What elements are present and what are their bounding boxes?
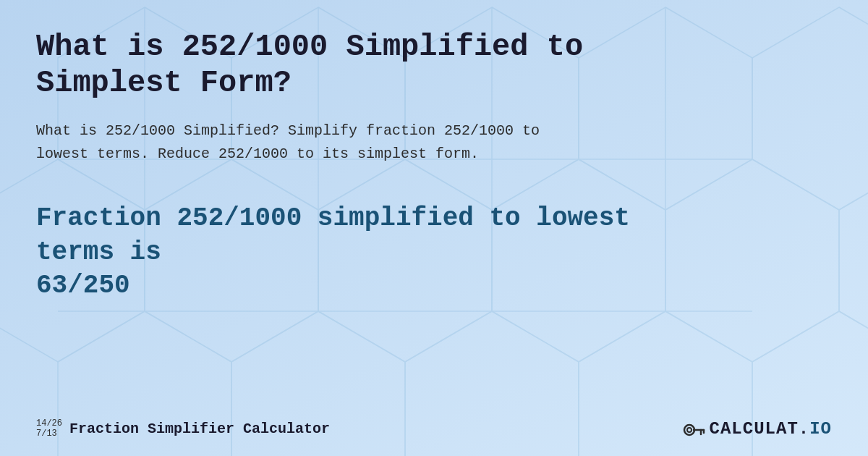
logo-text: CALCULAT.IO [710, 419, 832, 439]
fraction-bottom: 7/13 [36, 428, 57, 439]
logo-icon [681, 415, 707, 442]
svg-point-34 [687, 428, 692, 432]
fraction-stack: 14/26 7/13 [36, 418, 62, 439]
description-text: What is 252/1000 Simplified? Simplify fr… [36, 119, 658, 166]
fraction-top: 14/26 [36, 418, 62, 428]
calculat-logo: CALCULAT.IO [681, 415, 832, 442]
result-text: Fraction 252/1000 simplified to lowest t… [36, 202, 687, 303]
footer: 14/26 7/13 Fraction Simplifier Calculato… [36, 415, 832, 442]
footer-left: 14/26 7/13 Fraction Simplifier Calculato… [36, 418, 330, 439]
footer-title: Fraction Simplifier Calculator [69, 421, 330, 437]
result-section: Fraction 252/1000 simplified to lowest t… [36, 202, 832, 303]
page-title: What is 252/1000 Simplified to Simplest … [36, 29, 687, 102]
